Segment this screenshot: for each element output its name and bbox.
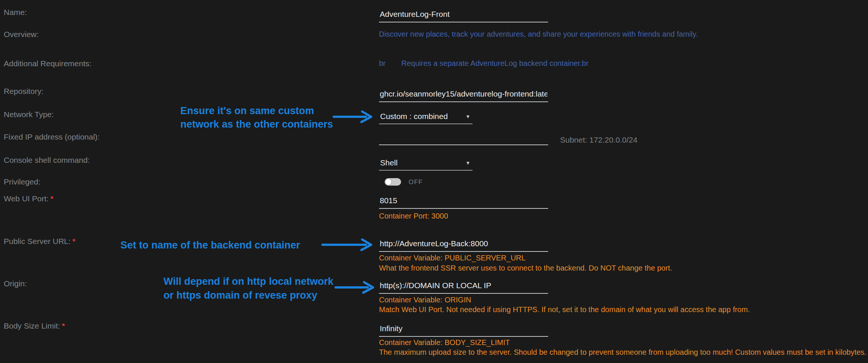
toggle-knob xyxy=(385,179,391,185)
origin-description: Match Web UI Port. Not needed if using H… xyxy=(379,305,750,314)
field-label-overview: Overview: xyxy=(4,30,39,39)
origin-input[interactable] xyxy=(379,280,548,294)
body-size-limit-input[interactable] xyxy=(379,323,548,337)
name-input[interactable] xyxy=(379,9,548,22)
additional-requirements-prefix: br xyxy=(379,59,386,67)
privileged-toggle[interactable] xyxy=(385,178,401,186)
field-label-body-size-limit: Body Size Limit:* xyxy=(4,321,65,331)
required-asterisk: * xyxy=(51,195,54,203)
origin-variable: Container Variable: ORIGIN xyxy=(379,295,471,305)
field-label-additional-requirements: Additional Requirements: xyxy=(4,59,92,68)
field-label-name: Name: xyxy=(4,7,27,17)
field-label-console-shell: Console shell command: xyxy=(4,155,90,165)
annotation-arrow xyxy=(332,110,376,123)
network-type-selected-value: Custom : combined xyxy=(380,112,448,121)
annotation-public-server-url: Set to name of the backend container xyxy=(120,238,300,252)
required-asterisk: * xyxy=(73,237,76,245)
overview-text: Discover new places, track your adventur… xyxy=(379,30,698,39)
network-type-select[interactable]: Custom : combined ▼ xyxy=(379,111,473,124)
required-asterisk: * xyxy=(62,322,65,330)
body-size-limit-variable: Container Variable: BODY_SIZE_LIMIT xyxy=(379,338,510,347)
field-label-network-type: Network Type: xyxy=(4,110,54,119)
annotation-arrow xyxy=(321,238,375,251)
field-label-repository: Repository: xyxy=(4,86,43,96)
annotation-origin: Will depend if on http local network or … xyxy=(163,275,333,302)
field-label-privileged: Privileged: xyxy=(4,177,40,187)
field-label-fixed-ip: Fixed IP address (optional): xyxy=(4,132,100,142)
annotation-network-type: Ensure it's on same custom network as th… xyxy=(180,104,333,131)
additional-requirements-body: Requires a separate AdventureLog backend… xyxy=(401,59,589,67)
repository-input[interactable] xyxy=(379,89,548,102)
chevron-down-icon: ▼ xyxy=(465,161,470,165)
additional-requirements-text: brRequires a separate AdventureLog backe… xyxy=(379,59,589,68)
console-shell-select[interactable]: Shell ▼ xyxy=(379,157,473,171)
public-server-url-variable: Container Variable: PUBLIC_SERVER_URL xyxy=(379,253,526,263)
webui-port-help: Container Port: 3000 xyxy=(379,211,448,221)
fixed-ip-input[interactable] xyxy=(379,132,548,145)
annotation-arrow xyxy=(334,281,378,294)
field-label-origin: Origin: xyxy=(4,279,27,289)
body-size-limit-description: The maximum upload size to the server. S… xyxy=(379,348,867,357)
public-server-url-description: What the frontend SSR server uses to con… xyxy=(379,263,672,273)
field-label-public-server-url: Public Server URL:* xyxy=(4,237,75,246)
chevron-down-icon: ▼ xyxy=(465,114,470,119)
subnet-note: Subnet: 172.20.0.0/24 xyxy=(560,135,638,144)
webui-port-input[interactable] xyxy=(379,195,548,209)
console-shell-selected-value: Shell xyxy=(380,158,398,167)
field-label-webui-port: Web UI Port:* xyxy=(4,194,54,204)
privileged-toggle-state: OFF xyxy=(409,179,423,186)
container-template-form: Name: Overview: Additional Requirements:… xyxy=(0,0,868,363)
public-server-url-input[interactable] xyxy=(379,238,548,252)
